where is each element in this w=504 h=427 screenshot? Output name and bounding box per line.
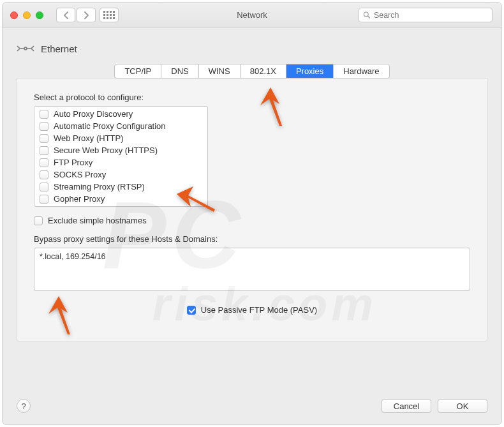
tab-tcpip[interactable]: TCP/IP <box>115 64 161 78</box>
tab-dns[interactable]: DNS <box>161 64 198 78</box>
forward-button[interactable] <box>77 8 96 22</box>
svg-point-2 <box>24 47 27 50</box>
bypass-hosts-textarea[interactable] <box>34 248 470 291</box>
tabs-row: TCP/IPDNSWINS802.1XProxiesHardware <box>17 64 487 79</box>
protocol-checkbox[interactable] <box>40 170 48 179</box>
protocol-label: SOCKS Proxy <box>54 170 106 179</box>
titlebar: Network <box>3 3 501 28</box>
minimize-icon[interactable] <box>23 11 31 19</box>
window-frame: Network Ethernet TCP/IPDNSWINS802.1XProx… <box>2 2 502 425</box>
window-title: Network <box>237 10 267 20</box>
protocol-label: Secure Web Proxy (HTTPS) <box>54 146 158 155</box>
pasv-row[interactable]: Use Passive FTP Mode (PASV) <box>34 305 470 324</box>
protocol-checkbox[interactable] <box>40 110 48 119</box>
svg-line-1 <box>367 16 369 18</box>
exclude-simple-label: Exclude simple hostnames <box>48 216 147 225</box>
search-icon <box>363 11 371 19</box>
search-input[interactable] <box>374 11 488 20</box>
footer: ? Cancel OK <box>17 399 487 413</box>
pasv-label: Use Passive FTP Mode (PASV) <box>201 305 317 315</box>
show-all-button[interactable] <box>100 8 119 22</box>
protocol-checkbox[interactable] <box>40 134 48 143</box>
protocol-item[interactable]: Streaming Proxy (RTSP) <box>34 181 207 193</box>
protocol-label: Web Proxy (HTTP) <box>54 133 124 143</box>
window-controls <box>10 11 43 19</box>
tab-proxies[interactable]: Proxies <box>286 64 334 78</box>
protocol-item[interactable]: Web Proxy (HTTP) <box>34 132 207 144</box>
navigation-buttons <box>56 8 96 22</box>
content-area: Ethernet TCP/IPDNSWINS802.1XProxiesHardw… <box>3 28 501 354</box>
protocol-checkbox[interactable] <box>40 158 48 167</box>
protocol-item[interactable]: Gopher Proxy <box>34 193 207 205</box>
protocol-item[interactable]: Secure Web Proxy (HTTPS) <box>34 144 207 156</box>
protocol-label: Automatic Proxy Configuration <box>54 121 166 131</box>
close-icon[interactable] <box>10 11 18 19</box>
protocol-checkbox[interactable] <box>40 183 48 191</box>
help-button[interactable]: ? <box>17 399 31 413</box>
protocol-checkbox[interactable] <box>40 122 48 131</box>
protocol-item[interactable]: FTP Proxy <box>34 156 207 169</box>
protocol-checkbox[interactable] <box>40 195 48 204</box>
tab-wins[interactable]: WINS <box>199 64 241 78</box>
tab-hardware[interactable]: Hardware <box>334 64 389 78</box>
tabs-segmented-control: TCP/IPDNSWINS802.1XProxiesHardware <box>114 64 389 79</box>
protocol-item[interactable]: Automatic Proxy Configuration <box>34 120 207 132</box>
protocol-label: Gopher Proxy <box>54 194 105 204</box>
proxies-panel: Select a protocol to configure: Auto Pro… <box>17 78 487 342</box>
exclude-simple-hostnames-row[interactable]: Exclude simple hostnames <box>34 216 470 225</box>
protocol-label: FTP Proxy <box>54 158 93 167</box>
bypass-label: Bypass proxy settings for these Hosts & … <box>34 234 470 244</box>
protocol-label: Streaming Proxy (RTSP) <box>54 182 145 191</box>
protocol-item[interactable]: SOCKS Proxy <box>34 169 207 181</box>
exclude-simple-checkbox[interactable] <box>34 216 43 225</box>
interface-title: Ethernet <box>41 43 77 54</box>
maximize-icon[interactable] <box>36 11 43 19</box>
cancel-button[interactable]: Cancel <box>382 399 431 413</box>
interface-header: Ethernet <box>17 40 487 57</box>
protocol-select-label: Select a protocol to configure: <box>34 93 470 102</box>
search-field[interactable] <box>359 8 493 22</box>
protocol-item[interactable]: Auto Proxy Discovery <box>34 108 207 120</box>
ok-button[interactable]: OK <box>438 399 487 413</box>
tab-8021x[interactable]: 802.1X <box>241 64 286 78</box>
protocol-checkbox[interactable] <box>40 146 48 155</box>
pasv-checkbox[interactable] <box>187 306 196 315</box>
protocol-label: Auto Proxy Discovery <box>54 109 133 119</box>
protocol-list[interactable]: Auto Proxy DiscoveryAutomatic Proxy Conf… <box>34 106 208 207</box>
ethernet-icon <box>17 40 34 57</box>
back-button[interactable] <box>56 8 75 22</box>
